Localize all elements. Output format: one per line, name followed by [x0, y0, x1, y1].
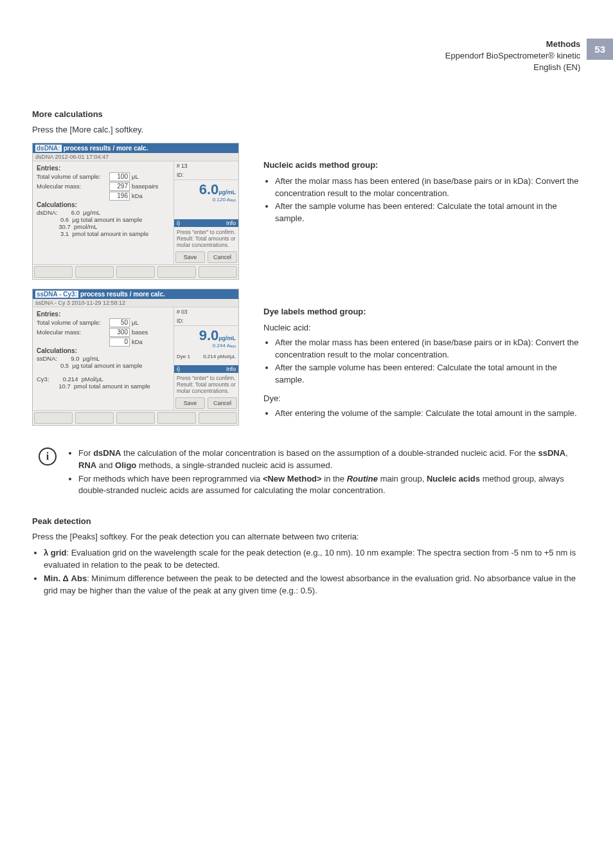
total-volume-label: Total volume of sample:	[37, 319, 107, 326]
total-volume-input[interactable]: 50	[109, 318, 130, 327]
screenshot-dsdna: dsDNA:process results / more calc. dsDNA…	[32, 143, 239, 280]
entries-label: Entries:	[37, 165, 60, 172]
screenshot-ssdna-cy3: ssDNA - Cy3:process results / more calc.…	[32, 289, 239, 426]
softkey[interactable]	[157, 412, 196, 424]
section-more-calc-title: More calculations	[32, 109, 581, 119]
calc-line	[37, 369, 170, 375]
screenshot-timestamp: ssDNA - Cy 3 2010-11-29 12:58:12	[33, 299, 238, 307]
cancel-button[interactable]: Cancel	[208, 397, 237, 409]
list-item: After the sample volume has been entered…	[275, 201, 581, 225]
header-line-1: Methods	[445, 39, 580, 50]
nucleic-acid-list: After the molar mass has been entered (i…	[275, 337, 581, 386]
save-button[interactable]: Save	[175, 251, 205, 263]
molecular-mass-label: Molecular mass:	[37, 329, 107, 336]
header-line-3: English (EN)	[445, 62, 580, 73]
softkey[interactable]	[75, 412, 114, 424]
softkey[interactable]	[157, 266, 196, 278]
info-body: Press "enter" to confirm. Result: Total …	[174, 373, 238, 396]
calc-line: 3.1 pmol total amount in sample	[37, 230, 170, 237]
softkey[interactable]	[116, 266, 155, 278]
calc-line: 30.7 pmol/mL	[37, 223, 170, 230]
dye-sublabel: Dye:	[263, 393, 581, 405]
calc-line: ssDNA: 9.0 μg/mL	[37, 355, 170, 362]
molecular-mass-label: Molecular mass:	[37, 183, 107, 190]
peak-detection-title: Peak detection	[32, 516, 581, 526]
section-more-calc-intro: Press the [More calc.] softkey.	[32, 124, 581, 136]
result-value: 6.0µg/mL	[174, 180, 238, 197]
peak-criteria-list: λ grid: Evaluation grid on the wavelengt…	[44, 547, 581, 597]
molecular-mass-kda-input[interactable]: 196	[109, 192, 130, 201]
softkey[interactable]	[34, 412, 73, 424]
list-item: After entering the volume of the sample:…	[275, 408, 581, 420]
calc-line: 10.7 pmol total amount in sample	[37, 383, 170, 390]
softkey[interactable]	[199, 412, 237, 424]
softkey-bar	[33, 410, 238, 425]
total-volume-input[interactable]: 100	[109, 172, 130, 181]
result-value: 9.0µg/mL	[174, 326, 238, 343]
molecular-mass-bp-input[interactable]: 297	[109, 182, 130, 191]
id-label: ID:	[174, 170, 238, 179]
total-volume-label: Total volume of sample:	[37, 173, 107, 180]
screenshot-timestamp: dsDNA 2012-06-01 17:04:47	[33, 153, 238, 161]
list-item: λ grid: Evaluation grid on the wavelengt…	[44, 547, 581, 572]
absorbance-value: 0.244 A₂₆₀	[174, 343, 238, 348]
calc-line: Cy3: 0.214 pMol/μL	[37, 375, 170, 383]
entries-label: Entries:	[37, 311, 60, 318]
note-item: For methods which have been reprogrammed…	[78, 473, 581, 498]
list-item: Min. Δ Abs: Minimum difference between t…	[44, 573, 581, 597]
softkey[interactable]	[199, 266, 237, 278]
calculations-label: Calculations:	[37, 347, 77, 354]
info-note: i For dsDNA the calculation of the molar…	[32, 446, 581, 503]
list-item: After the molar mass has been entered (i…	[275, 337, 581, 361]
info-header: i)Info	[174, 365, 238, 373]
softkey-bar	[33, 264, 238, 279]
calc-line: 0.5 μg total amount in sample	[37, 362, 170, 369]
dye-list: After entering the volume of the sample:…	[275, 408, 581, 420]
dye-labels-head: Dye labels method group:	[263, 306, 581, 318]
softkey[interactable]	[116, 412, 155, 424]
info-body: Press "enter" to confirm. Result: Total …	[174, 227, 238, 250]
list-item: After the molar mass has been entered (i…	[275, 176, 581, 200]
id-label: ID:	[174, 316, 238, 325]
sample-number: # 13	[174, 161, 238, 170]
nucleic-acids-head: Nucleic acids method group:	[263, 159, 581, 172]
cancel-button[interactable]: Cancel	[208, 251, 237, 263]
dye-result: Dye 10.214 pMol/μL	[174, 352, 238, 361]
note-item: For dsDNA the calculation of the molar c…	[78, 448, 581, 472]
screenshot-title: dsDNA:process results / more calc.	[33, 143, 238, 153]
save-button[interactable]: Save	[175, 397, 205, 409]
list-item: After the sample volume has been entered…	[275, 362, 581, 386]
molecular-mass-bases-input[interactable]: 300	[109, 328, 130, 337]
page-number: 53	[587, 39, 613, 60]
page-header: Methods Eppendorf BioSpectrometer® kinet…	[445, 39, 613, 74]
screenshot-title: ssDNA - Cy3:process results / more calc.	[33, 289, 238, 299]
nucleic-acids-list: After the molar mass has been entered (i…	[275, 176, 581, 225]
calc-line: 0.6 μg total amount in sample	[37, 216, 170, 223]
calc-line: dsDNA: 6.0 μg/mL	[37, 209, 170, 216]
softkey[interactable]	[75, 266, 114, 278]
molecular-mass-kda-input[interactable]: 0	[109, 338, 130, 347]
sample-number: # 03	[174, 307, 238, 316]
nucleic-acid-sublabel: Nucleic acid:	[263, 322, 581, 334]
info-header: i)Info	[174, 219, 238, 227]
calculations-label: Calculations:	[37, 201, 77, 208]
softkey[interactable]	[34, 266, 73, 278]
absorbance-value: 0.120 A₂₆₀	[174, 197, 238, 203]
header-line-2: Eppendorf BioSpectrometer® kinetic	[445, 50, 580, 62]
peak-detection-intro: Press the [Peaks] softkey. For the peak …	[32, 531, 581, 543]
info-icon: i	[39, 448, 57, 466]
